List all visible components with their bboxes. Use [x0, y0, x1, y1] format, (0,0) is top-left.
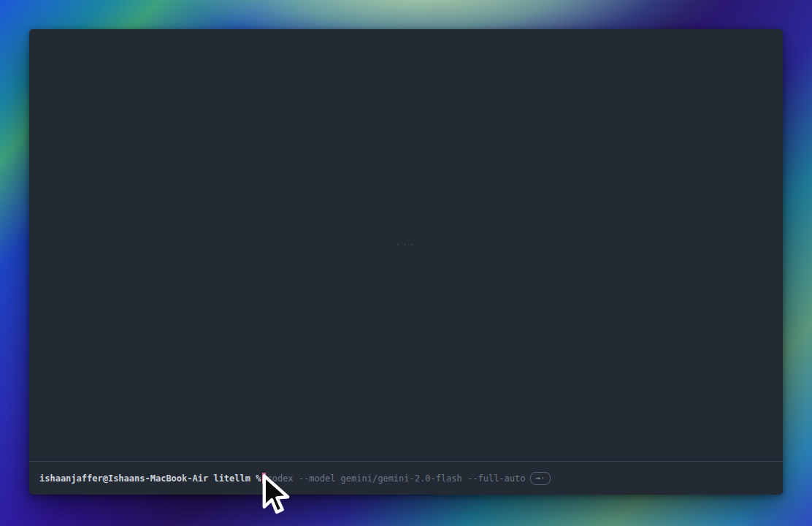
prompt-symbol: %: [256, 473, 261, 484]
prompt-directory: litellm: [213, 473, 250, 484]
loading-indicator: ···: [395, 240, 418, 250]
prompt-user-host: ishaanjaffer@Ishaans-MacBook-Air: [39, 473, 208, 484]
prompt-space: [250, 473, 256, 484]
autosuggestion-text: codex --model gemini/gemini-2.0-flash --…: [267, 473, 525, 484]
autosuggest-accept-hint: →·: [530, 472, 550, 485]
terminal-window[interactable]: ··· ishaanjaffer@Ishaans-MacBook-Air lit…: [29, 29, 783, 495]
command-prompt-line[interactable]: ishaanjaffer@Ishaans-MacBook-Air litellm…: [29, 462, 783, 495]
prompt-space: [208, 473, 213, 484]
text-caret: [262, 473, 266, 484]
terminal-output-area[interactable]: ···: [29, 29, 783, 461]
